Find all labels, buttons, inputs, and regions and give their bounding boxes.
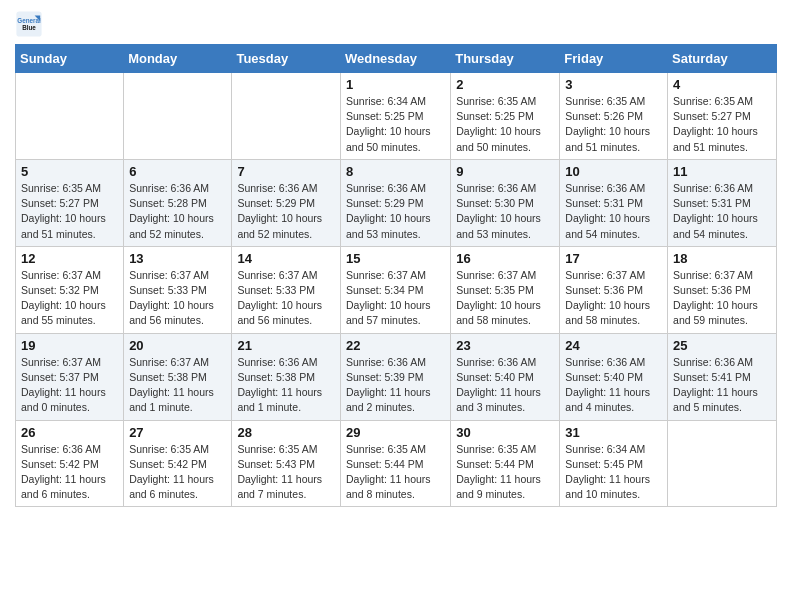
day-number: 10: [565, 164, 662, 179]
day-number: 28: [237, 425, 335, 440]
day-info: Sunrise: 6:37 AM Sunset: 5:35 PM Dayligh…: [456, 268, 554, 329]
day-info: Sunrise: 6:37 AM Sunset: 5:33 PM Dayligh…: [129, 268, 226, 329]
calendar-cell: 4Sunrise: 6:35 AM Sunset: 5:27 PM Daylig…: [668, 73, 777, 160]
day-number: 9: [456, 164, 554, 179]
day-info: Sunrise: 6:36 AM Sunset: 5:39 PM Dayligh…: [346, 355, 445, 416]
header-thursday: Thursday: [451, 45, 560, 73]
day-number: 27: [129, 425, 226, 440]
calendar-cell: 13Sunrise: 6:37 AM Sunset: 5:33 PM Dayli…: [124, 246, 232, 333]
day-number: 2: [456, 77, 554, 92]
day-number: 22: [346, 338, 445, 353]
day-info: Sunrise: 6:36 AM Sunset: 5:30 PM Dayligh…: [456, 181, 554, 242]
calendar-cell: 18Sunrise: 6:37 AM Sunset: 5:36 PM Dayli…: [668, 246, 777, 333]
calendar-cell: 8Sunrise: 6:36 AM Sunset: 5:29 PM Daylig…: [340, 159, 450, 246]
day-info: Sunrise: 6:36 AM Sunset: 5:38 PM Dayligh…: [237, 355, 335, 416]
day-info: Sunrise: 6:36 AM Sunset: 5:28 PM Dayligh…: [129, 181, 226, 242]
header-wednesday: Wednesday: [340, 45, 450, 73]
day-info: Sunrise: 6:35 AM Sunset: 5:25 PM Dayligh…: [456, 94, 554, 155]
calendar-cell: 16Sunrise: 6:37 AM Sunset: 5:35 PM Dayli…: [451, 246, 560, 333]
calendar-cell: 31Sunrise: 6:34 AM Sunset: 5:45 PM Dayli…: [560, 420, 668, 507]
day-info: Sunrise: 6:36 AM Sunset: 5:29 PM Dayligh…: [237, 181, 335, 242]
day-number: 19: [21, 338, 118, 353]
calendar-week-3: 12Sunrise: 6:37 AM Sunset: 5:32 PM Dayli…: [16, 246, 777, 333]
calendar-cell: [668, 420, 777, 507]
calendar-cell: 17Sunrise: 6:37 AM Sunset: 5:36 PM Dayli…: [560, 246, 668, 333]
calendar-cell: 22Sunrise: 6:36 AM Sunset: 5:39 PM Dayli…: [340, 333, 450, 420]
day-info: Sunrise: 6:36 AM Sunset: 5:31 PM Dayligh…: [673, 181, 771, 242]
day-info: Sunrise: 6:37 AM Sunset: 5:32 PM Dayligh…: [21, 268, 118, 329]
calendar-cell: 24Sunrise: 6:36 AM Sunset: 5:40 PM Dayli…: [560, 333, 668, 420]
day-number: 3: [565, 77, 662, 92]
day-number: 20: [129, 338, 226, 353]
header-saturday: Saturday: [668, 45, 777, 73]
day-info: Sunrise: 6:35 AM Sunset: 5:44 PM Dayligh…: [456, 442, 554, 503]
day-number: 12: [21, 251, 118, 266]
day-number: 25: [673, 338, 771, 353]
day-number: 18: [673, 251, 771, 266]
day-info: Sunrise: 6:35 AM Sunset: 5:43 PM Dayligh…: [237, 442, 335, 503]
day-number: 23: [456, 338, 554, 353]
day-number: 13: [129, 251, 226, 266]
calendar-cell: 1Sunrise: 6:34 AM Sunset: 5:25 PM Daylig…: [340, 73, 450, 160]
day-info: Sunrise: 6:36 AM Sunset: 5:40 PM Dayligh…: [456, 355, 554, 416]
day-number: 7: [237, 164, 335, 179]
calendar: SundayMondayTuesdayWednesdayThursdayFrid…: [15, 44, 777, 507]
day-info: Sunrise: 6:36 AM Sunset: 5:42 PM Dayligh…: [21, 442, 118, 503]
day-info: Sunrise: 6:35 AM Sunset: 5:44 PM Dayligh…: [346, 442, 445, 503]
calendar-cell: [16, 73, 124, 160]
day-number: 24: [565, 338, 662, 353]
day-number: 1: [346, 77, 445, 92]
day-info: Sunrise: 6:36 AM Sunset: 5:31 PM Dayligh…: [565, 181, 662, 242]
svg-text:Blue: Blue: [22, 24, 36, 31]
day-info: Sunrise: 6:35 AM Sunset: 5:26 PM Dayligh…: [565, 94, 662, 155]
day-info: Sunrise: 6:36 AM Sunset: 5:40 PM Dayligh…: [565, 355, 662, 416]
day-info: Sunrise: 6:37 AM Sunset: 5:38 PM Dayligh…: [129, 355, 226, 416]
calendar-cell: 23Sunrise: 6:36 AM Sunset: 5:40 PM Dayli…: [451, 333, 560, 420]
calendar-cell: 29Sunrise: 6:35 AM Sunset: 5:44 PM Dayli…: [340, 420, 450, 507]
page-header: General Blue: [15, 10, 777, 38]
calendar-cell: [232, 73, 341, 160]
day-info: Sunrise: 6:35 AM Sunset: 5:42 PM Dayligh…: [129, 442, 226, 503]
header-sunday: Sunday: [16, 45, 124, 73]
header-friday: Friday: [560, 45, 668, 73]
logo-icon: General Blue: [15, 10, 43, 38]
calendar-cell: 27Sunrise: 6:35 AM Sunset: 5:42 PM Dayli…: [124, 420, 232, 507]
calendar-cell: 9Sunrise: 6:36 AM Sunset: 5:30 PM Daylig…: [451, 159, 560, 246]
calendar-week-1: 1Sunrise: 6:34 AM Sunset: 5:25 PM Daylig…: [16, 73, 777, 160]
calendar-week-4: 19Sunrise: 6:37 AM Sunset: 5:37 PM Dayli…: [16, 333, 777, 420]
calendar-week-2: 5Sunrise: 6:35 AM Sunset: 5:27 PM Daylig…: [16, 159, 777, 246]
day-number: 16: [456, 251, 554, 266]
calendar-cell: 6Sunrise: 6:36 AM Sunset: 5:28 PM Daylig…: [124, 159, 232, 246]
day-number: 17: [565, 251, 662, 266]
calendar-cell: 2Sunrise: 6:35 AM Sunset: 5:25 PM Daylig…: [451, 73, 560, 160]
header-tuesday: Tuesday: [232, 45, 341, 73]
calendar-cell: 26Sunrise: 6:36 AM Sunset: 5:42 PM Dayli…: [16, 420, 124, 507]
day-number: 31: [565, 425, 662, 440]
day-info: Sunrise: 6:36 AM Sunset: 5:29 PM Dayligh…: [346, 181, 445, 242]
calendar-cell: 28Sunrise: 6:35 AM Sunset: 5:43 PM Dayli…: [232, 420, 341, 507]
day-number: 15: [346, 251, 445, 266]
calendar-cell: 7Sunrise: 6:36 AM Sunset: 5:29 PM Daylig…: [232, 159, 341, 246]
day-info: Sunrise: 6:37 AM Sunset: 5:37 PM Dayligh…: [21, 355, 118, 416]
day-number: 14: [237, 251, 335, 266]
day-info: Sunrise: 6:35 AM Sunset: 5:27 PM Dayligh…: [21, 181, 118, 242]
day-info: Sunrise: 6:37 AM Sunset: 5:36 PM Dayligh…: [673, 268, 771, 329]
calendar-cell: 14Sunrise: 6:37 AM Sunset: 5:33 PM Dayli…: [232, 246, 341, 333]
logo: General Blue: [15, 10, 47, 38]
calendar-cell: 30Sunrise: 6:35 AM Sunset: 5:44 PM Dayli…: [451, 420, 560, 507]
day-number: 6: [129, 164, 226, 179]
calendar-cell: [124, 73, 232, 160]
calendar-cell: 12Sunrise: 6:37 AM Sunset: 5:32 PM Dayli…: [16, 246, 124, 333]
header-monday: Monday: [124, 45, 232, 73]
calendar-cell: 25Sunrise: 6:36 AM Sunset: 5:41 PM Dayli…: [668, 333, 777, 420]
day-number: 8: [346, 164, 445, 179]
calendar-cell: 11Sunrise: 6:36 AM Sunset: 5:31 PM Dayli…: [668, 159, 777, 246]
day-number: 29: [346, 425, 445, 440]
day-info: Sunrise: 6:35 AM Sunset: 5:27 PM Dayligh…: [673, 94, 771, 155]
day-number: 4: [673, 77, 771, 92]
day-info: Sunrise: 6:34 AM Sunset: 5:45 PM Dayligh…: [565, 442, 662, 503]
calendar-cell: 20Sunrise: 6:37 AM Sunset: 5:38 PM Dayli…: [124, 333, 232, 420]
day-info: Sunrise: 6:37 AM Sunset: 5:33 PM Dayligh…: [237, 268, 335, 329]
day-info: Sunrise: 6:34 AM Sunset: 5:25 PM Dayligh…: [346, 94, 445, 155]
calendar-cell: 19Sunrise: 6:37 AM Sunset: 5:37 PM Dayli…: [16, 333, 124, 420]
